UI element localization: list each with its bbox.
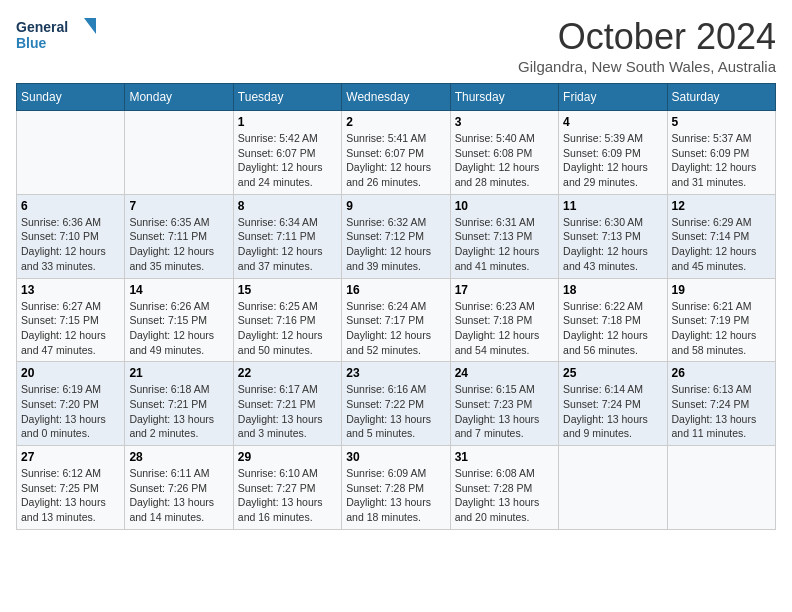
week-row-1: 1Sunrise: 5:42 AM Sunset: 6:07 PM Daylig… <box>17 111 776 195</box>
day-cell: 19Sunrise: 6:21 AM Sunset: 7:19 PM Dayli… <box>667 278 775 362</box>
day-info: Sunrise: 6:24 AM Sunset: 7:17 PM Dayligh… <box>346 299 445 358</box>
day-number: 10 <box>455 199 554 213</box>
header-cell-sunday: Sunday <box>17 84 125 111</box>
day-cell: 4Sunrise: 5:39 AM Sunset: 6:09 PM Daylig… <box>559 111 667 195</box>
page-header: General Blue October 2024 Gilgandra, New… <box>16 16 776 75</box>
day-cell: 17Sunrise: 6:23 AM Sunset: 7:18 PM Dayli… <box>450 278 558 362</box>
day-cell: 13Sunrise: 6:27 AM Sunset: 7:15 PM Dayli… <box>17 278 125 362</box>
day-cell: 16Sunrise: 6:24 AM Sunset: 7:17 PM Dayli… <box>342 278 450 362</box>
day-cell: 26Sunrise: 6:13 AM Sunset: 7:24 PM Dayli… <box>667 362 775 446</box>
day-cell <box>125 111 233 195</box>
day-number: 2 <box>346 115 445 129</box>
header-cell-monday: Monday <box>125 84 233 111</box>
day-number: 4 <box>563 115 662 129</box>
page-subtitle: Gilgandra, New South Wales, Australia <box>518 58 776 75</box>
day-cell: 3Sunrise: 5:40 AM Sunset: 6:08 PM Daylig… <box>450 111 558 195</box>
svg-text:Blue: Blue <box>16 35 47 51</box>
day-cell: 31Sunrise: 6:08 AM Sunset: 7:28 PM Dayli… <box>450 446 558 530</box>
day-number: 19 <box>672 283 771 297</box>
title-block: October 2024 Gilgandra, New South Wales,… <box>518 16 776 75</box>
logo: General Blue <box>16 16 96 56</box>
day-cell: 8Sunrise: 6:34 AM Sunset: 7:11 PM Daylig… <box>233 194 341 278</box>
day-info: Sunrise: 6:22 AM Sunset: 7:18 PM Dayligh… <box>563 299 662 358</box>
day-info: Sunrise: 6:12 AM Sunset: 7:25 PM Dayligh… <box>21 466 120 525</box>
header-cell-wednesday: Wednesday <box>342 84 450 111</box>
day-info: Sunrise: 6:25 AM Sunset: 7:16 PM Dayligh… <box>238 299 337 358</box>
day-number: 16 <box>346 283 445 297</box>
header-cell-thursday: Thursday <box>450 84 558 111</box>
day-number: 17 <box>455 283 554 297</box>
day-cell: 6Sunrise: 6:36 AM Sunset: 7:10 PM Daylig… <box>17 194 125 278</box>
day-info: Sunrise: 5:40 AM Sunset: 6:08 PM Dayligh… <box>455 131 554 190</box>
day-cell: 15Sunrise: 6:25 AM Sunset: 7:16 PM Dayli… <box>233 278 341 362</box>
day-info: Sunrise: 6:11 AM Sunset: 7:26 PM Dayligh… <box>129 466 228 525</box>
day-number: 26 <box>672 366 771 380</box>
calendar-table: SundayMondayTuesdayWednesdayThursdayFrid… <box>16 83 776 530</box>
header-cell-friday: Friday <box>559 84 667 111</box>
logo-svg: General Blue <box>16 16 96 56</box>
day-number: 30 <box>346 450 445 464</box>
day-info: Sunrise: 6:35 AM Sunset: 7:11 PM Dayligh… <box>129 215 228 274</box>
day-cell: 28Sunrise: 6:11 AM Sunset: 7:26 PM Dayli… <box>125 446 233 530</box>
week-row-2: 6Sunrise: 6:36 AM Sunset: 7:10 PM Daylig… <box>17 194 776 278</box>
day-info: Sunrise: 6:15 AM Sunset: 7:23 PM Dayligh… <box>455 382 554 441</box>
svg-text:General: General <box>16 19 68 35</box>
day-cell: 11Sunrise: 6:30 AM Sunset: 7:13 PM Dayli… <box>559 194 667 278</box>
day-number: 23 <box>346 366 445 380</box>
day-number: 3 <box>455 115 554 129</box>
day-cell: 1Sunrise: 5:42 AM Sunset: 6:07 PM Daylig… <box>233 111 341 195</box>
day-cell: 27Sunrise: 6:12 AM Sunset: 7:25 PM Dayli… <box>17 446 125 530</box>
day-info: Sunrise: 5:42 AM Sunset: 6:07 PM Dayligh… <box>238 131 337 190</box>
header-row: SundayMondayTuesdayWednesdayThursdayFrid… <box>17 84 776 111</box>
day-number: 14 <box>129 283 228 297</box>
day-number: 9 <box>346 199 445 213</box>
day-number: 28 <box>129 450 228 464</box>
header-cell-saturday: Saturday <box>667 84 775 111</box>
day-number: 11 <box>563 199 662 213</box>
day-cell: 25Sunrise: 6:14 AM Sunset: 7:24 PM Dayli… <box>559 362 667 446</box>
day-info: Sunrise: 6:36 AM Sunset: 7:10 PM Dayligh… <box>21 215 120 274</box>
day-cell: 23Sunrise: 6:16 AM Sunset: 7:22 PM Dayli… <box>342 362 450 446</box>
day-cell: 7Sunrise: 6:35 AM Sunset: 7:11 PM Daylig… <box>125 194 233 278</box>
day-info: Sunrise: 6:14 AM Sunset: 7:24 PM Dayligh… <box>563 382 662 441</box>
day-number: 22 <box>238 366 337 380</box>
calendar-header: SundayMondayTuesdayWednesdayThursdayFrid… <box>17 84 776 111</box>
day-cell: 29Sunrise: 6:10 AM Sunset: 7:27 PM Dayli… <box>233 446 341 530</box>
day-info: Sunrise: 6:08 AM Sunset: 7:28 PM Dayligh… <box>455 466 554 525</box>
day-info: Sunrise: 6:34 AM Sunset: 7:11 PM Dayligh… <box>238 215 337 274</box>
day-info: Sunrise: 5:37 AM Sunset: 6:09 PM Dayligh… <box>672 131 771 190</box>
day-number: 5 <box>672 115 771 129</box>
day-info: Sunrise: 6:18 AM Sunset: 7:21 PM Dayligh… <box>129 382 228 441</box>
day-info: Sunrise: 6:16 AM Sunset: 7:22 PM Dayligh… <box>346 382 445 441</box>
day-info: Sunrise: 6:19 AM Sunset: 7:20 PM Dayligh… <box>21 382 120 441</box>
week-row-5: 27Sunrise: 6:12 AM Sunset: 7:25 PM Dayli… <box>17 446 776 530</box>
day-number: 20 <box>21 366 120 380</box>
day-info: Sunrise: 6:27 AM Sunset: 7:15 PM Dayligh… <box>21 299 120 358</box>
day-cell: 18Sunrise: 6:22 AM Sunset: 7:18 PM Dayli… <box>559 278 667 362</box>
day-cell <box>17 111 125 195</box>
day-info: Sunrise: 6:21 AM Sunset: 7:19 PM Dayligh… <box>672 299 771 358</box>
day-number: 13 <box>21 283 120 297</box>
day-cell: 5Sunrise: 5:37 AM Sunset: 6:09 PM Daylig… <box>667 111 775 195</box>
day-cell <box>667 446 775 530</box>
calendar-body: 1Sunrise: 5:42 AM Sunset: 6:07 PM Daylig… <box>17 111 776 530</box>
day-cell: 22Sunrise: 6:17 AM Sunset: 7:21 PM Dayli… <box>233 362 341 446</box>
day-info: Sunrise: 6:23 AM Sunset: 7:18 PM Dayligh… <box>455 299 554 358</box>
day-number: 27 <box>21 450 120 464</box>
day-cell: 24Sunrise: 6:15 AM Sunset: 7:23 PM Dayli… <box>450 362 558 446</box>
day-number: 18 <box>563 283 662 297</box>
day-number: 21 <box>129 366 228 380</box>
day-info: Sunrise: 5:41 AM Sunset: 6:07 PM Dayligh… <box>346 131 445 190</box>
day-number: 31 <box>455 450 554 464</box>
day-cell: 2Sunrise: 5:41 AM Sunset: 6:07 PM Daylig… <box>342 111 450 195</box>
day-info: Sunrise: 6:31 AM Sunset: 7:13 PM Dayligh… <box>455 215 554 274</box>
day-number: 25 <box>563 366 662 380</box>
day-number: 29 <box>238 450 337 464</box>
week-row-4: 20Sunrise: 6:19 AM Sunset: 7:20 PM Dayli… <box>17 362 776 446</box>
day-cell: 9Sunrise: 6:32 AM Sunset: 7:12 PM Daylig… <box>342 194 450 278</box>
day-number: 12 <box>672 199 771 213</box>
day-info: Sunrise: 6:29 AM Sunset: 7:14 PM Dayligh… <box>672 215 771 274</box>
day-info: Sunrise: 6:26 AM Sunset: 7:15 PM Dayligh… <box>129 299 228 358</box>
day-number: 6 <box>21 199 120 213</box>
day-cell: 21Sunrise: 6:18 AM Sunset: 7:21 PM Dayli… <box>125 362 233 446</box>
